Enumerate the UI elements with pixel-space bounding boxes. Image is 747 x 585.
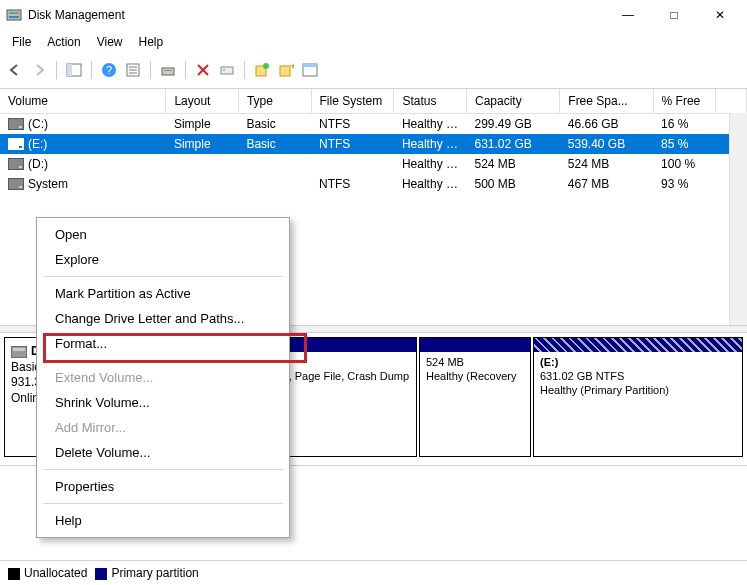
svg-rect-2	[9, 16, 19, 18]
eject-icon[interactable]	[218, 61, 236, 79]
context-menu-item: Extend Volume...	[37, 365, 289, 390]
app-icon	[6, 7, 22, 23]
context-menu-item[interactable]: Open	[37, 222, 289, 247]
delete-icon[interactable]	[194, 61, 212, 79]
disk-icon	[11, 346, 27, 358]
svg-text:★: ★	[290, 62, 294, 71]
svg-rect-22	[13, 348, 25, 351]
maximize-button[interactable]: □	[651, 0, 697, 30]
svg-rect-17	[280, 66, 290, 76]
settings-icon[interactable]: ★	[277, 61, 295, 79]
context-menu-item[interactable]: Mark Partition as Active	[37, 281, 289, 306]
svg-rect-12	[164, 70, 172, 71]
back-button[interactable]	[6, 61, 24, 79]
show-hide-console-tree-icon[interactable]	[65, 61, 83, 79]
drive-icon	[8, 118, 24, 130]
drive-icon	[8, 178, 24, 190]
partition-status: Healthy (Recovery	[426, 370, 524, 384]
volume-name: (C:)	[28, 117, 48, 131]
volume-row[interactable]: (C:)SimpleBasicNTFSHealthy (B...299.49 G…	[0, 114, 747, 135]
svg-point-16	[263, 63, 269, 69]
svg-rect-1	[9, 12, 19, 14]
context-menu-item: Add Mirror...	[37, 415, 289, 440]
scrollbar[interactable]	[729, 113, 747, 325]
column-header-type[interactable]: Type	[238, 89, 311, 114]
column-header-layout[interactable]: Layout	[166, 89, 239, 114]
svg-rect-13	[221, 67, 233, 74]
volume-table[interactable]: VolumeLayoutTypeFile SystemStatusCapacit…	[0, 89, 747, 194]
column-header-free_space[interactable]: Free Spa...	[560, 89, 653, 114]
legend-primary: Primary partition	[95, 566, 198, 580]
svg-rect-21	[11, 346, 27, 358]
refresh-icon[interactable]	[159, 61, 177, 79]
partition-label: (E:)	[540, 356, 736, 370]
svg-rect-4	[67, 64, 72, 76]
column-header-capacity[interactable]: Capacity	[467, 89, 560, 114]
volume-name: System	[28, 177, 68, 191]
column-header-file_system[interactable]: File System	[311, 89, 394, 114]
partition[interactable]: 524 MBHealthy (Recovery	[419, 337, 531, 457]
partition[interactable]: (E:)631.02 GB NTFSHealthy (Primary Parti…	[533, 337, 743, 457]
action-icon[interactable]	[253, 61, 271, 79]
forward-button[interactable]	[30, 61, 48, 79]
window-title: Disk Management	[28, 8, 125, 22]
toolbar: ? ★	[0, 54, 747, 88]
svg-point-14	[223, 69, 225, 71]
svg-rect-0	[7, 10, 21, 20]
properties-icon[interactable]	[124, 61, 142, 79]
legend-bar: Unallocated Primary partition	[0, 560, 747, 585]
volume-name: (E:)	[28, 137, 47, 151]
drive-icon	[8, 158, 24, 170]
volume-list-pane: VolumeLayoutTypeFile SystemStatusCapacit…	[0, 88, 747, 325]
partition-size: 631.02 GB NTFS	[540, 370, 736, 384]
column-header-volume[interactable]: Volume	[0, 89, 166, 114]
view-icon[interactable]	[301, 61, 319, 79]
help-icon[interactable]: ?	[100, 61, 118, 79]
context-menu-item[interactable]: Format...	[37, 331, 289, 356]
partition-status: Healthy (Primary Partition)	[540, 384, 736, 398]
context-menu-item[interactable]: Properties	[37, 474, 289, 499]
volume-row[interactable]: (D:)Healthy (R...524 MB524 MB100 %	[0, 154, 747, 174]
svg-rect-11	[162, 68, 174, 75]
volume-row[interactable]: SystemNTFSHealthy (S...500 MB467 MB93 %	[0, 174, 747, 194]
context-menu-item[interactable]: Shrink Volume...	[37, 390, 289, 415]
context-menu-item[interactable]: Delete Volume...	[37, 440, 289, 465]
legend-unallocated: Unallocated	[8, 566, 87, 580]
svg-text:?: ?	[106, 64, 112, 76]
close-button[interactable]: ✕	[697, 0, 743, 30]
context-menu: OpenExploreMark Partition as ActiveChang…	[36, 217, 290, 538]
menu-action[interactable]: Action	[41, 33, 86, 51]
drive-icon	[8, 138, 24, 150]
column-header-pct_free[interactable]: % Free	[653, 89, 715, 114]
context-menu-item[interactable]: Explore	[37, 247, 289, 272]
partition-size: 524 MB	[426, 356, 524, 370]
title-bar: Disk Management — □ ✕	[0, 0, 747, 30]
menu-help[interactable]: Help	[133, 33, 170, 51]
menu-view[interactable]: View	[91, 33, 129, 51]
menu-file[interactable]: File	[6, 33, 37, 51]
minimize-button[interactable]: —	[605, 0, 651, 30]
column-header-extra[interactable]	[715, 89, 746, 114]
volume-name: (D:)	[28, 157, 48, 171]
column-header-status[interactable]: Status	[394, 89, 467, 114]
menu-bar: File Action View Help	[0, 30, 747, 54]
context-menu-item[interactable]: Change Drive Letter and Paths...	[37, 306, 289, 331]
svg-rect-20	[303, 64, 317, 67]
volume-row[interactable]: (E:)SimpleBasicNTFSHealthy (P...631.02 G…	[0, 134, 747, 154]
context-menu-item[interactable]: Help	[37, 508, 289, 533]
